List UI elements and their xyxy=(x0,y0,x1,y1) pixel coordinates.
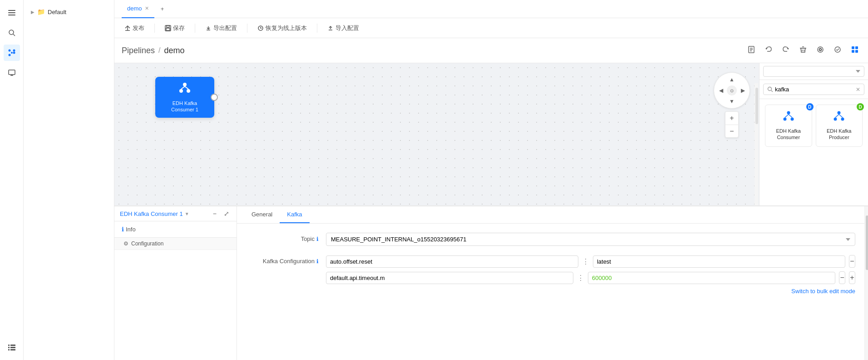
kafka-config-label-text: Kafka Configuration xyxy=(263,258,315,265)
import-button[interactable]: 导入配置 xyxy=(325,22,362,34)
kafka-value-input-2[interactable] xyxy=(588,272,835,284)
svg-rect-15 xyxy=(8,347,10,348)
component-category-select[interactable] xyxy=(763,66,864,77)
node-kafka-icon xyxy=(178,82,191,97)
main-content: demo ✕ + 发布 保存 xyxy=(114,0,868,360)
topic-info-icon[interactable]: ℹ xyxy=(316,236,319,242)
kafka-remove-btn-1[interactable]: − xyxy=(849,255,855,268)
tab-general[interactable]: General xyxy=(244,206,280,223)
svg-line-53 xyxy=(839,115,843,118)
redo-icon[interactable] xyxy=(780,44,792,57)
undo-icon[interactable] xyxy=(763,44,774,57)
search-clear-icon[interactable]: ✕ xyxy=(856,86,860,93)
component-search-input[interactable] xyxy=(775,86,854,93)
publish-button[interactable]: 发布 xyxy=(122,22,147,34)
node-output-connector[interactable] xyxy=(211,94,218,101)
svg-line-52 xyxy=(835,115,839,118)
svg-point-31 xyxy=(819,49,821,50)
config-content: Topic ℹ MEASURE_POINT_INTERNAL_o15520323… xyxy=(237,224,864,360)
svg-rect-20 xyxy=(167,25,169,27)
sidebar-icon-list[interactable] xyxy=(4,339,20,355)
config-scrollbar[interactable] xyxy=(864,206,868,360)
kafka-config-field: ⋮ − ⋮ − + xyxy=(326,255,855,295)
sidebar-icon-menu[interactable] xyxy=(4,5,20,21)
save-button[interactable]: 保存 xyxy=(162,22,187,34)
node-label: EDH KafkaConsumer 1 xyxy=(171,100,198,113)
config-section-header[interactable]: ⚙ Configuration xyxy=(114,238,237,250)
breadcrumb-separator: / xyxy=(158,46,160,55)
bulk-edit-link[interactable]: Switch to bulk edit mode xyxy=(791,288,855,295)
compass-up-btn[interactable]: ▲ xyxy=(727,75,736,84)
kafka-consumer-icon xyxy=(783,110,794,125)
canvas-wrapper: EDH KafkaConsumer 1 ▲ ◀ ⊙ ▶ xyxy=(114,63,868,205)
sidebar-icon-search[interactable] xyxy=(4,25,20,41)
config-panel-title-text: EDH Kafka Consumer 1 xyxy=(120,210,183,217)
tab-kafka-label: Kafka xyxy=(287,211,302,218)
sidebar-icon-monitor[interactable] xyxy=(4,65,20,81)
breadcrumb: Pipelines / demo xyxy=(122,46,185,55)
breadcrumb-parent[interactable]: Pipelines xyxy=(122,46,155,55)
toolbar-divider-3 xyxy=(247,24,247,33)
kafka-remove-btn-2[interactable]: − xyxy=(839,271,845,284)
component-card-consumer-label: EDH Kafka Consumer xyxy=(769,128,808,141)
topic-field: MEASURE_POINT_INTERNAL_o15520323695671 xyxy=(326,233,855,246)
grid-icon[interactable] xyxy=(849,44,861,57)
new-tab-button[interactable]: + xyxy=(156,3,169,15)
kafka-add-btn[interactable]: + xyxy=(849,271,855,284)
header-actions xyxy=(745,44,861,57)
export-button[interactable]: 导出配置 xyxy=(202,22,240,34)
svg-rect-33 xyxy=(852,46,854,49)
document-icon[interactable] xyxy=(745,44,757,57)
delete-icon[interactable] xyxy=(797,44,809,57)
page-header: Pipelines / demo xyxy=(114,38,868,63)
kafka-key-input-2[interactable] xyxy=(326,272,573,284)
kafka-key-input-1[interactable] xyxy=(326,255,578,268)
nav-item-label: Default xyxy=(48,9,66,15)
compass-down-btn[interactable]: ▼ xyxy=(727,97,736,106)
topic-config-row: Topic ℹ MEASURE_POINT_INTERNAL_o15520323… xyxy=(246,233,855,246)
tab-close-icon[interactable]: ✕ xyxy=(145,5,149,11)
svg-rect-36 xyxy=(855,50,858,53)
nav-item-default[interactable]: ▶ 📁 Default xyxy=(24,5,114,19)
compass-left-btn[interactable]: ◀ xyxy=(716,86,725,95)
panel-expand-btn[interactable]: ⤢ xyxy=(222,209,231,218)
check-icon[interactable] xyxy=(832,44,843,57)
tab-bar: demo ✕ + xyxy=(114,0,868,18)
svg-point-42 xyxy=(768,87,772,91)
kafka-config-row: Kafka Configuration ℹ ⋮ − xyxy=(246,255,855,295)
component-card-kafka-producer[interactable]: D EDH Kafka Producer xyxy=(816,105,863,147)
component-badge-consumer: D xyxy=(806,103,814,110)
kafka-value-input-1[interactable] xyxy=(593,255,845,268)
svg-point-37 xyxy=(183,83,187,86)
component-grid: D EDH Kafka Consumer xyxy=(760,99,868,152)
zoom-out-btn[interactable]: − xyxy=(725,125,738,137)
kafka-config-entry-1: ⋮ − xyxy=(326,255,855,268)
component-card-kafka-consumer[interactable]: D EDH Kafka Consumer xyxy=(765,105,812,147)
right-component-panel: ✕ D xyxy=(759,63,868,205)
topic-select[interactable]: MEASURE_POINT_INTERNAL_o15520323695671 xyxy=(326,233,855,246)
tab-info-label: Info xyxy=(126,226,136,233)
svg-point-50 xyxy=(834,118,837,121)
config-panel-title[interactable]: EDH Kafka Consumer 1 ▼ xyxy=(120,210,189,217)
kafka-config-info-icon[interactable]: ℹ xyxy=(316,258,319,265)
restore-button[interactable]: 恢复为线上版本 xyxy=(255,22,310,34)
panel-minimize-btn[interactable]: − xyxy=(211,209,218,218)
config-tabs: General Kafka xyxy=(237,206,864,224)
pipeline-node[interactable]: EDH KafkaConsumer 1 xyxy=(155,77,214,118)
zoom-in-btn[interactable]: + xyxy=(725,112,738,125)
tab-demo[interactable]: demo ✕ xyxy=(122,0,154,18)
breadcrumb-current: demo xyxy=(164,46,185,55)
svg-line-4 xyxy=(13,34,15,36)
tab-kafka[interactable]: Kafka xyxy=(280,206,309,223)
toolbar-divider-1 xyxy=(154,24,155,33)
canvas[interactable]: EDH KafkaConsumer 1 ▲ ◀ ⊙ ▶ xyxy=(114,63,759,205)
info-circle-icon: ℹ xyxy=(122,226,124,233)
sidebar-icon-pipeline[interactable] xyxy=(4,45,20,61)
tab-info[interactable]: ℹ Info xyxy=(114,221,237,237)
compass-home-btn[interactable]: ⊙ xyxy=(727,85,737,95)
nav-folder-icon: 📁 xyxy=(37,8,45,15)
nav-arrow-icon: ▶ xyxy=(31,10,35,15)
preview-icon[interactable] xyxy=(814,44,826,57)
compass-right-btn[interactable]: ▶ xyxy=(738,86,747,95)
compass-arrows: ▲ ◀ ⊙ ▶ ▼ xyxy=(715,74,748,107)
